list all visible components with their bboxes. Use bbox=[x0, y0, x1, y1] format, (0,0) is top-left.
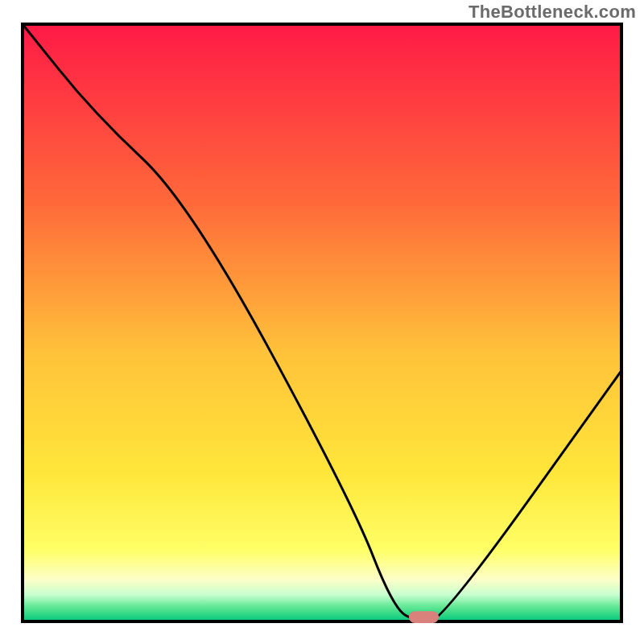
gradient-background bbox=[23, 24, 621, 621]
optimal-marker bbox=[409, 611, 439, 623]
chart-canvas bbox=[0, 0, 644, 644]
chart-frame: TheBottleneck.com bbox=[0, 0, 644, 644]
